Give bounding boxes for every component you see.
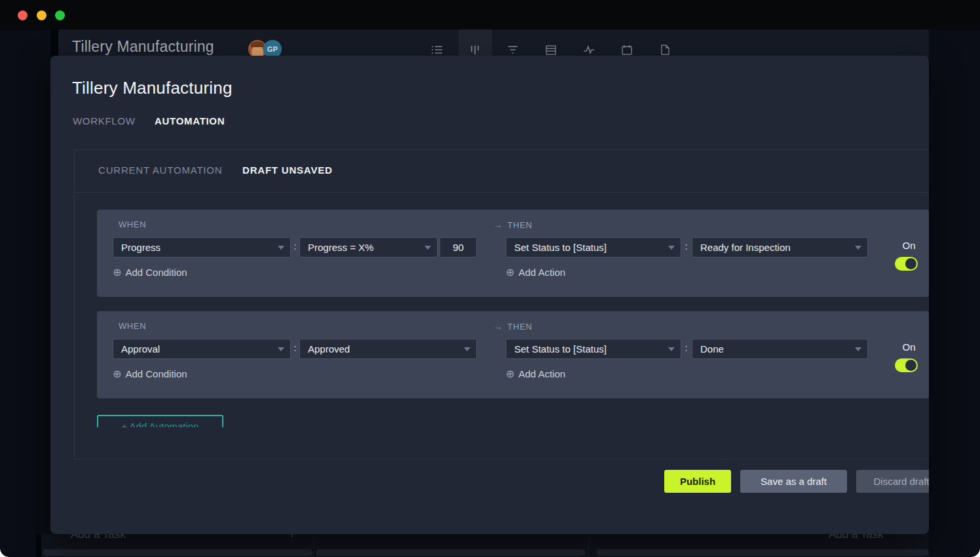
colon-separator: :: [685, 240, 688, 252]
background-project-title: Tillery Manufacturing: [72, 38, 214, 56]
then-label: →THEN: [493, 220, 532, 230]
add-action-label: Add Action: [518, 267, 565, 278]
action-field-dropdown[interactable]: Set Status to [Status]: [506, 339, 681, 359]
toggle-state-label: On: [897, 341, 920, 353]
macos-titlebar: [0, 0, 980, 29]
action-value-text: Done: [700, 343, 724, 355]
subtab-current-automation[interactable]: CURRENT AUTOMATION: [98, 164, 222, 176]
panel-left-border: [74, 149, 75, 459]
zoom-window-button[interactable]: [55, 10, 65, 20]
automation-rule-card: WHEN Approval : Approved ⊕Add Condition …: [97, 311, 929, 398]
rule-enabled-toggle[interactable]: [895, 358, 918, 372]
background-app-sidebar-edge: [50, 29, 58, 57]
toggle-knob: [905, 360, 916, 371]
rule-enabled-toggle[interactable]: [895, 257, 918, 271]
plus-circle-icon: ⊕: [113, 368, 121, 379]
when-label: WHEN: [119, 321, 146, 331]
add-automation-button[interactable]: + Add Automation: [97, 415, 223, 427]
condition-operator-value: Progress = X%: [308, 242, 373, 253]
discard-draft-button[interactable]: Discard draft: [856, 470, 929, 493]
action-field-value: Set Status to [Status]: [514, 242, 607, 253]
subtab-divider: [74, 192, 929, 193]
horizontal-scrollbar[interactable]: [43, 549, 312, 556]
condition-field-value: Approval: [121, 343, 160, 355]
table-view-icon[interactable]: [544, 43, 557, 56]
condition-field-value: Progress: [121, 242, 160, 253]
tab-automation[interactable]: AUTOMATION: [155, 115, 225, 126]
condition-operator-value: Approved: [308, 343, 350, 355]
minimize-window-button[interactable]: [37, 10, 47, 20]
chevron-down-icon: [464, 347, 470, 351]
chevron-down-icon: [668, 246, 675, 250]
column-divider: [313, 534, 314, 557]
add-condition-label: Add Condition: [125, 368, 187, 379]
colon-separator: :: [293, 240, 297, 252]
action-field-dropdown[interactable]: Set Status to [Status]: [506, 237, 681, 258]
calendar-view-icon[interactable]: [620, 43, 633, 56]
modal-title: Tillery Manufacturing: [72, 78, 233, 98]
horizontal-scrollbar[interactable]: [596, 549, 929, 556]
chevron-down-icon: [278, 246, 284, 250]
automation-rule-card: WHEN Progress : Progress = X% 90 ⊕Add Co…: [97, 210, 929, 297]
list-view-icon[interactable]: [430, 43, 443, 56]
then-text: THEN: [508, 322, 533, 332]
action-value-text: Ready for Inspection: [700, 242, 791, 253]
then-arrow-icon: →: [493, 321, 503, 332]
chevron-down-icon: [668, 347, 675, 351]
automation-settings-modal: Tillery Manufacturing WORKFLOW AUTOMATIO…: [50, 56, 929, 534]
colon-separator: :: [293, 342, 297, 353]
panel-top-border: [74, 149, 929, 150]
chevron-down-icon: [424, 246, 431, 250]
then-text: THEN: [508, 220, 533, 230]
column-divider: [588, 534, 589, 557]
add-condition-label: Add Condition: [125, 267, 187, 278]
when-label: WHEN: [119, 220, 146, 229]
condition-operator-dropdown[interactable]: Approved: [299, 339, 477, 359]
add-action-label: Add Action: [518, 368, 565, 379]
board-view-icon[interactable]: [468, 43, 481, 56]
chevron-down-icon: [855, 246, 861, 250]
save-as-draft-button[interactable]: Save as a draft: [740, 470, 847, 493]
chevron-down-icon: [278, 347, 284, 351]
close-window-button[interactable]: [18, 10, 28, 20]
add-action-button[interactable]: ⊕Add Action: [506, 368, 565, 380]
toggle-knob: [905, 258, 916, 269]
action-value-dropdown[interactable]: Done: [692, 339, 868, 359]
chevron-down-icon: [855, 347, 861, 351]
filter-view-icon[interactable]: [506, 43, 519, 56]
plus-circle-icon: ⊕: [113, 267, 121, 278]
plus-circle-icon: ⊕: [506, 368, 514, 379]
document-view-icon[interactable]: [658, 43, 671, 56]
then-arrow-icon: →: [493, 220, 503, 230]
add-automation-clip: + Add Automation: [97, 415, 223, 427]
add-condition-button[interactable]: ⊕Add Condition: [113, 368, 187, 380]
publish-button[interactable]: Publish: [664, 470, 731, 493]
activity-view-icon[interactable]: [582, 43, 595, 56]
background-column-edge: [36, 534, 41, 557]
action-field-value: Set Status to [Status]: [514, 343, 607, 355]
add-condition-button[interactable]: ⊕Add Condition: [113, 266, 187, 278]
tab-workflow[interactable]: WORKFLOW: [73, 115, 136, 126]
footer-divider: [74, 459, 929, 459]
add-action-button[interactable]: ⊕Add Action: [506, 266, 565, 278]
screen: Tillery Manufacturing GP: [0, 0, 980, 557]
action-value-dropdown[interactable]: Ready for Inspection: [692, 237, 868, 258]
plus-circle-icon: ⊕: [506, 267, 514, 278]
horizontal-scrollbar[interactable]: [316, 549, 586, 556]
toggle-state-label: On: [897, 240, 920, 251]
then-label: →THEN: [493, 321, 532, 332]
condition-field-dropdown[interactable]: Progress: [113, 237, 291, 258]
subtab-draft-unsaved[interactable]: DRAFT UNSAVED: [242, 164, 333, 176]
colon-separator: :: [685, 342, 688, 353]
condition-value-input[interactable]: 90: [440, 237, 477, 258]
condition-operator-dropdown[interactable]: Progress = X%: [299, 237, 438, 258]
condition-field-dropdown[interactable]: Approval: [113, 339, 291, 359]
